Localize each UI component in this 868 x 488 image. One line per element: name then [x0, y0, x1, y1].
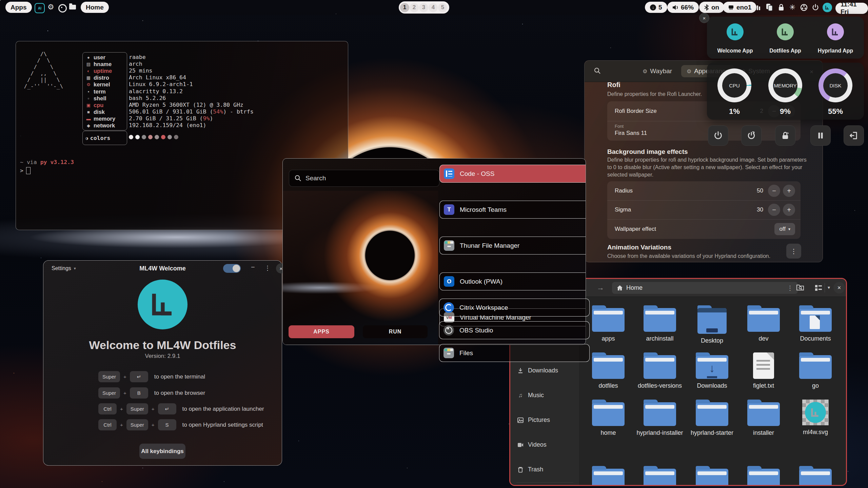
file-downloads[interactable]: ↓ Downloads — [687, 352, 737, 389]
folder-icon — [799, 355, 832, 379]
reboot-button[interactable] — [741, 125, 762, 146]
file-row4-folder[interactable] — [634, 466, 685, 486]
file-ml4w-svg[interactable]: ml4w.svg — [790, 400, 841, 436]
tab-waybar[interactable]: ⚙Waybar — [637, 65, 677, 77]
bluetooth-indicator[interactable]: on — [699, 2, 724, 13]
workspace-5[interactable]: 5 — [438, 3, 447, 12]
view-caret-icon[interactable]: ▾ — [828, 285, 830, 290]
folder-icon — [747, 469, 780, 486]
workspace-3[interactable]: 3 — [419, 3, 428, 12]
workspace-4[interactable]: 4 — [429, 3, 438, 12]
file-dotfiles[interactable]: dotfiles — [583, 352, 634, 389]
file-figlet-txt[interactable]: figlet.txt — [738, 352, 789, 389]
dotfiles-app-icon — [777, 23, 794, 40]
network-indicator[interactable]: eno1 — [723, 2, 756, 13]
folder-icon — [592, 402, 625, 426]
welcome-app-icon — [727, 23, 744, 40]
shell-prompt-input[interactable]: > — [20, 167, 31, 174]
workspace-1[interactable]: 1 — [400, 3, 409, 12]
search-input[interactable]: Search — [289, 170, 439, 187]
clipboard-icon[interactable] — [766, 3, 773, 12]
apps-menu-button[interactable]: Apps — [5, 2, 32, 13]
close-icon[interactable]: × — [833, 282, 845, 293]
ml4w-logo-icon[interactable] — [823, 3, 832, 12]
disk-icon: ■ — [85, 109, 92, 115]
rofi-item-outlook[interactable]: O Outlook (PWA) — [439, 272, 586, 290]
file-apps[interactable]: apps — [583, 305, 634, 342]
search-folder-icon[interactable] — [796, 284, 804, 291]
sidebar-item-pictures[interactable]: Pictures — [517, 416, 550, 424]
file-hyprland-starter[interactable]: hyprland-starter — [687, 400, 737, 436]
browser-icon[interactable] — [58, 4, 67, 13]
file-documents[interactable]: Documents — [790, 305, 841, 342]
file-dotfiles-versions[interactable]: dotfiles-versions — [634, 352, 685, 389]
burst-icon[interactable]: ✳ — [789, 3, 795, 12]
suspend-button[interactable] — [810, 125, 831, 146]
panel-close-icon[interactable]: × — [699, 13, 709, 23]
wallpaper-effect-dropdown[interactable]: off▾ — [774, 223, 795, 235]
folder-icon[interactable] — [69, 5, 76, 9]
dotfiles-app-launcher[interactable]: Dotfiles App — [760, 23, 811, 54]
downloads-folder-icon: ↓ — [696, 355, 728, 379]
folder-icon — [747, 402, 780, 426]
folder-icon — [696, 469, 728, 486]
file-row4-folder[interactable] — [583, 466, 634, 486]
sidebar-item-downloads[interactable]: Downloads — [517, 367, 558, 374]
home-button[interactable]: Home — [81, 2, 109, 13]
hyprland-app-launcher[interactable]: Hyprland App — [810, 23, 861, 54]
lock-icon[interactable] — [778, 3, 785, 12]
search-icon[interactable] — [594, 67, 601, 74]
updates-indicator[interactable]: ↓ 5 — [645, 2, 667, 13]
menu-dots-icon[interactable]: ⋮ — [264, 264, 271, 272]
rofi-item-thunar[interactable]: Thunar File Manager — [439, 237, 586, 255]
power-icon[interactable] — [812, 3, 819, 12]
obs-icon[interactable] — [800, 4, 808, 11]
sidebar-item-music[interactable]: ♫Music — [517, 392, 544, 399]
wallpaper-effect-row: Wallpaper effect off▾ — [615, 223, 795, 236]
welcome-app-launcher[interactable]: Welcome App — [710, 23, 761, 54]
sigma-row: Sigma 30 − + — [615, 203, 795, 216]
sidebar-item-videos[interactable]: Videos — [517, 441, 547, 448]
file-home[interactable]: home — [583, 400, 634, 436]
file-hyprland-installer[interactable]: hyprland-installer — [634, 400, 685, 436]
rofi-item-vmm[interactable]: vM Virtual Machine Manager — [439, 308, 586, 326]
ml4w-update-icon[interactable]: AI — [35, 3, 45, 13]
bg-effects-desc1: Define blur properties for rofi and hypr… — [607, 157, 807, 163]
file-installer[interactable]: installer — [738, 400, 789, 436]
minimize-icon[interactable]: − — [251, 263, 255, 271]
workspace-2[interactable]: 2 — [410, 3, 419, 12]
path-menu-icon[interactable]: ⋮ — [787, 284, 793, 292]
file-dev[interactable]: dev — [738, 305, 789, 342]
file-row4-folder[interactable] — [738, 466, 789, 486]
file-archinstall[interactable]: archinstall — [634, 305, 685, 342]
shutdown-button[interactable] — [708, 125, 728, 146]
font-value[interactable]: Fira Sans 11 — [615, 130, 647, 137]
plus-button[interactable]: + — [783, 185, 795, 197]
stats-icon[interactable] — [754, 4, 761, 11]
rofi-item-teams[interactable]: T Microsoft Teams — [439, 201, 586, 219]
animation-menu-button[interactable]: ⋮ — [786, 244, 801, 259]
file-row4-folder[interactable] — [687, 466, 737, 486]
forward-icon[interactable]: → — [597, 283, 604, 292]
toggle-switch[interactable] — [223, 264, 241, 273]
clock[interactable]: 11:41 Fri — [835, 3, 868, 14]
quick-apps-panel: Welcome App Dotfiles App Hyprland App — [707, 17, 864, 59]
minus-button[interactable]: − — [768, 204, 780, 216]
file-go[interactable]: go — [790, 352, 841, 389]
disk-gauge: DISK 55% — [818, 68, 852, 116]
sidebar-item-trash[interactable]: Trash — [517, 466, 543, 473]
file-row4-folder[interactable] — [790, 466, 841, 486]
rofi-launcher: Search Code - OSS T Microsoft Teams Thun… — [282, 158, 586, 345]
plus-button[interactable]: + — [783, 204, 795, 216]
memory-gauge: MEMORY 9% — [768, 68, 802, 116]
view-toggle-icon[interactable] — [815, 284, 822, 291]
path-bar[interactable]: Home ⋮ — [612, 282, 798, 294]
all-keybindings-button[interactable]: All keybindings — [139, 444, 185, 459]
rofi-item-code-oss[interactable]: Code - OSS — [439, 165, 586, 183]
volume-indicator[interactable]: 66% — [667, 2, 699, 13]
lock-button[interactable] — [775, 125, 795, 146]
gear-icon[interactable]: ⚙ — [47, 3, 54, 12]
minus-button[interactable]: − — [768, 185, 780, 197]
logout-button[interactable] — [844, 125, 864, 146]
file-desktop[interactable]: Desktop — [687, 305, 737, 344]
